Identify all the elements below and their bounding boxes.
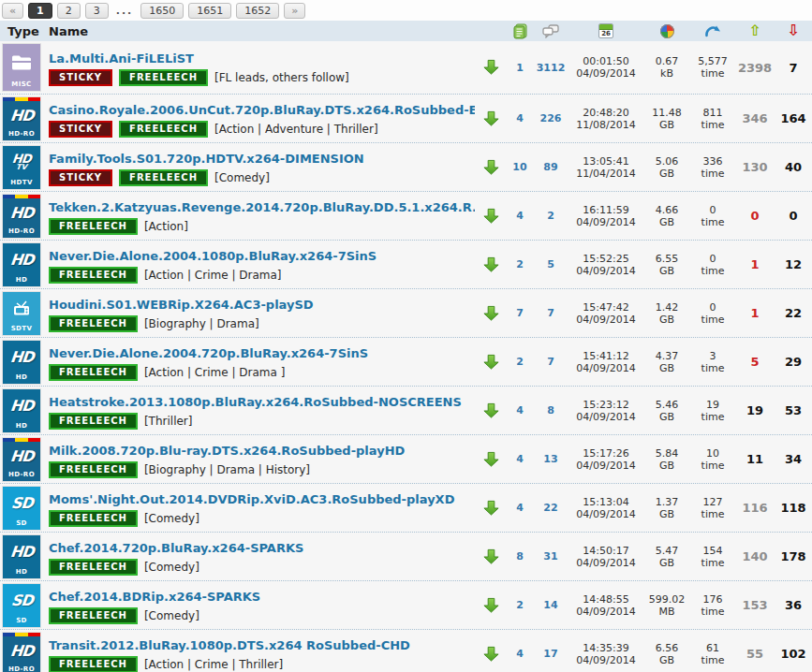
calendar-icon-day: 26 <box>599 30 613 38</box>
name-cell: Casino.Royale.2006.UnCut.720p.BluRay.DTS… <box>43 100 475 138</box>
torrent-row: SDSDChef.2014.BDRip.x264-SPARKSFREELEECH… <box>0 581 812 630</box>
comments-count[interactable]: 14 <box>533 599 568 611</box>
snatched-count: 61 <box>690 642 735 654</box>
download-icon[interactable] <box>475 354 507 371</box>
snatched-unit: time <box>690 460 735 472</box>
pagination-page-1651[interactable]: 1651 <box>188 3 231 19</box>
type-cell: HDHD-RO <box>0 95 43 142</box>
times-completed: 336time <box>690 155 735 180</box>
category-logo-text: HD <box>9 109 34 123</box>
files-count: 2 <box>507 599 533 611</box>
torrent-title[interactable]: Chef.2014.BDRip.x264-SPARKS <box>49 590 260 604</box>
comments-count[interactable]: 13 <box>533 453 568 465</box>
files-count: 2 <box>507 258 533 270</box>
files-count: 4 <box>507 404 533 416</box>
torrent-title[interactable]: Milk.2008.720p.Blu-ray.DTS.x264.RoSubbed… <box>49 444 405 458</box>
download-icon[interactable] <box>475 548 507 565</box>
comments-count[interactable]: 8 <box>533 404 568 416</box>
times-completed-icon[interactable] <box>690 23 735 38</box>
category-icon-hd-ro[interactable]: HDHD-RO <box>3 195 40 238</box>
comments-count[interactable]: 5 <box>533 258 568 270</box>
torrent-title[interactable]: Family.Tools.S01.720p.HDTV.x264-DIMENSIO… <box>49 152 364 166</box>
torrent-title[interactable]: Never.Die.Alone.2004.1080p.BluRay.x264-7… <box>49 249 376 263</box>
category-icon-sd[interactable]: SDSD <box>3 584 40 627</box>
date-icon[interactable]: 26 <box>568 23 643 38</box>
torrent-title[interactable]: Chef.2014.720p.BluRay.x264-SPARKS <box>49 541 303 555</box>
size-icon[interactable] <box>643 24 690 38</box>
added-date: 04/09/2014 <box>568 411 643 423</box>
download-icon[interactable] <box>475 59 507 76</box>
category-icon-hd[interactable]: HDHD <box>3 535 40 578</box>
torrent-row: HDHD-ROTransit.2012.BluRay.1080p.DTS.x26… <box>0 630 812 672</box>
category-icon-sd[interactable]: SDSD <box>3 487 40 530</box>
category-icon-hd[interactable]: HDHD <box>3 243 40 286</box>
pagination-page-2[interactable]: 2 <box>57 3 81 19</box>
torrent-title[interactable]: Casino.Royale.2006.UnCut.720p.BluRay.DTS… <box>49 103 475 117</box>
badges-row: FREELEECH[Comedy] <box>49 559 475 576</box>
leechers-icon[interactable]: ⇩ <box>775 23 812 38</box>
download-icon[interactable] <box>475 256 507 273</box>
comments-count[interactable]: 7 <box>533 307 568 319</box>
comments-count[interactable]: 7 <box>533 356 568 368</box>
torrent-row: HDHDNever.Die.Alone.2004.720p.BluRay.x26… <box>0 338 812 387</box>
download-icon[interactable] <box>475 597 507 614</box>
category-icon-sdtv[interactable]: SDTV <box>3 292 40 335</box>
pagination-page-3[interactable]: 3 <box>85 3 109 19</box>
comments-count[interactable]: 22 <box>533 502 568 514</box>
torrent-title[interactable]: Houdini.S01.WEBRip.X264.AC3-playSD <box>49 298 314 312</box>
comments-count[interactable]: 17 <box>533 648 568 660</box>
size-unit: GB <box>643 168 690 180</box>
genre-tags: [Action | Crime | Drama] <box>144 269 282 282</box>
torrent-title[interactable]: Moms'.Night.Out.2014.DVDRip.XviD.AC3.RoS… <box>49 492 454 506</box>
added-datetime: 15:41:1204/09/2014 <box>568 350 643 374</box>
freeleech-badge: FREELEECH <box>119 121 208 138</box>
pagination-page-1652[interactable]: 1652 <box>236 3 279 19</box>
category-icon-hd-ro[interactable]: HDHD-RO <box>3 438 40 481</box>
category-icon-hd-ro[interactable]: HDHD-RO <box>3 633 40 672</box>
comments-count[interactable]: 89 <box>533 161 568 173</box>
download-icon[interactable] <box>475 500 507 517</box>
torrent-title[interactable]: Never.Die.Alone.2004.720p.BluRay.x264-7S… <box>49 346 368 360</box>
files-count: 4 <box>507 210 533 222</box>
comments-count[interactable]: 3112 <box>533 62 568 74</box>
download-icon[interactable] <box>475 646 507 663</box>
download-icon[interactable] <box>475 305 507 322</box>
category-label: HD <box>16 568 27 576</box>
torrent-title[interactable]: Tekken.2.Katzyuas.Revenge.2014.720p.BluR… <box>49 200 475 214</box>
torrent-title[interactable]: La.Multi.Ani-FiLELiST <box>49 51 194 66</box>
category-icon-hd-ro[interactable]: HDHD-RO <box>3 97 40 140</box>
name-cell: Heatstroke.2013.1080p.BluRay.x264.RoSubb… <box>43 392 475 430</box>
comments-count[interactable]: 31 <box>533 550 568 562</box>
added-date: 11/04/2014 <box>568 168 643 180</box>
comments-icon[interactable] <box>533 24 568 38</box>
torrent-title[interactable]: Heatstroke.2013.1080p.BluRay.x264.RoSubb… <box>49 395 462 409</box>
comments-count[interactable]: 226 <box>533 112 568 124</box>
times-completed: 61time <box>690 642 735 666</box>
freeleech-badge: FREELEECH <box>49 315 138 332</box>
pagination-page-1650[interactable]: 1650 <box>140 3 184 19</box>
comments-count[interactable]: 2 <box>533 210 568 222</box>
pagination-next[interactable]: » <box>284 3 305 19</box>
leechers-count: 118 <box>775 501 812 515</box>
download-icon[interactable] <box>475 110 507 127</box>
column-header-name[interactable]: Name <box>43 24 475 38</box>
pagination-prev[interactable]: « <box>2 3 23 19</box>
category-icon-hd[interactable]: HDHD <box>3 341 40 384</box>
files-icon[interactable] <box>507 23 533 39</box>
category-label: MISC <box>11 80 31 88</box>
name-cell: Family.Tools.S01.720p.HDTV.x264-DIMENSIO… <box>43 149 475 186</box>
download-icon[interactable] <box>475 159 507 176</box>
download-icon[interactable] <box>475 402 507 419</box>
pagination-page-1[interactable]: 1 <box>28 3 52 19</box>
seeders-count: 116 <box>735 501 775 515</box>
download-icon[interactable] <box>475 451 507 468</box>
category-icon-misc[interactable]: MISC <box>3 44 40 91</box>
category-logo-text: HD <box>9 545 34 559</box>
column-header-type[interactable]: Type <box>0 24 43 38</box>
torrent-title[interactable]: Transit.2012.BluRay.1080p.DTS.x264 RoSub… <box>49 638 410 652</box>
category-icon-hdtv[interactable]: HDTVHDTV <box>3 146 40 189</box>
category-icon-hd[interactable]: HDHD <box>3 389 40 432</box>
snatched-unit: time <box>690 411 735 423</box>
download-icon[interactable] <box>475 208 507 225</box>
seeders-icon[interactable]: ⇧ <box>735 23 775 38</box>
